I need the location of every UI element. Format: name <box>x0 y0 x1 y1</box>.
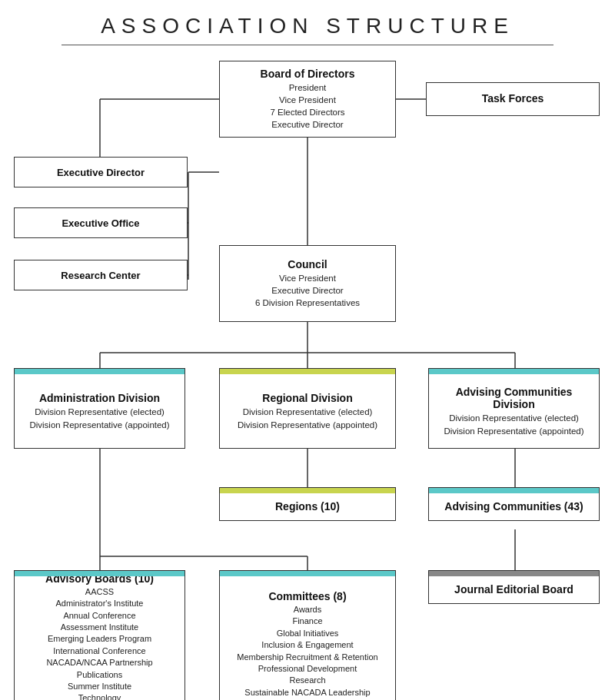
chart-area: Board of Directors President Vice Presid… <box>0 53 615 700</box>
administration-division: Administration Division Division Represe… <box>14 368 185 449</box>
regions: Regions (10) <box>219 487 396 521</box>
journal-editorial-board: Journal Editorial Board <box>428 570 600 604</box>
advisory-boards: Advisory Boards (10) AACSS Administrator… <box>14 570 185 700</box>
research-center: Research Center <box>14 260 188 290</box>
page-title: ASSOCIATION STRUCTURE <box>0 0 615 45</box>
committees: Committees (8) Awards Finance Global Ini… <box>219 570 396 700</box>
executive-office: Executive Office <box>14 207 188 238</box>
regional-division: Regional Division Division Representativ… <box>219 368 396 449</box>
title-divider <box>62 45 554 45</box>
council: Council Vice President Executive Directo… <box>219 245 396 322</box>
advising-communities: Advising Communities (43) <box>428 487 600 521</box>
advising-communities-division: Advising Communities Division Division R… <box>428 368 600 449</box>
board-of-directors: Board of Directors President Vice Presid… <box>219 61 396 138</box>
executive-director: Executive Director <box>14 157 188 187</box>
task-forces: Task Forces <box>426 82 600 116</box>
